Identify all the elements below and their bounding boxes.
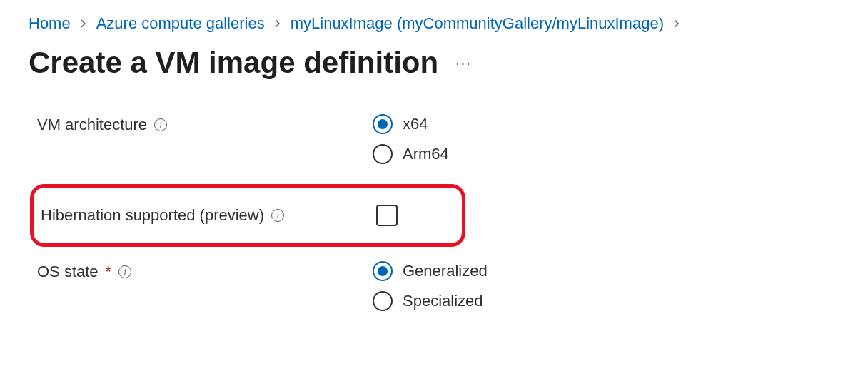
- required-indicator: *: [106, 263, 112, 281]
- info-icon[interactable]: i: [118, 265, 131, 278]
- radio-label: Arm64: [403, 145, 449, 163]
- radio-generalized[interactable]: Generalized: [373, 261, 488, 281]
- chevron-right-icon: [273, 16, 282, 31]
- info-icon[interactable]: i: [271, 209, 284, 222]
- radio-icon: [373, 114, 393, 134]
- breadcrumb-image[interactable]: myLinuxImage (myCommunityGallery/myLinux…: [291, 14, 664, 33]
- radio-label: Specialized: [403, 292, 483, 310]
- checkbox-hibernation[interactable]: [376, 205, 398, 226]
- field-os-state: OS state * i Generalized Specialized: [37, 261, 839, 311]
- highlight-annotation: Hibernation supported (preview) i: [30, 184, 465, 247]
- radio-x64[interactable]: x64: [373, 114, 449, 134]
- chevron-right-icon: [79, 16, 88, 31]
- radio-label: Generalized: [403, 262, 488, 280]
- more-actions-button[interactable]: ···: [455, 55, 472, 71]
- page-title: Create a VM image definition: [29, 46, 438, 80]
- label-vm-architecture: VM architecture: [37, 116, 147, 134]
- label-hibernation: Hibernation supported (preview): [41, 206, 264, 225]
- breadcrumb-home[interactable]: Home: [29, 14, 71, 33]
- chevron-right-icon: [672, 16, 681, 31]
- field-vm-architecture: VM architecture i x64 Arm64: [37, 114, 839, 164]
- radio-icon: [373, 291, 393, 311]
- field-hibernation: Hibernation supported (preview) i: [41, 205, 455, 226]
- label-os-state: OS state: [37, 263, 99, 281]
- breadcrumb: Home Azure compute galleries myLinuxImag…: [29, 14, 839, 33]
- radio-arm64[interactable]: Arm64: [373, 144, 449, 164]
- info-icon[interactable]: i: [154, 118, 167, 131]
- form: VM architecture i x64 Arm64 Hibernation …: [29, 114, 839, 311]
- radio-specialized[interactable]: Specialized: [373, 291, 488, 311]
- radio-label: x64: [403, 115, 428, 133]
- radio-icon: [373, 144, 393, 164]
- radio-icon: [373, 261, 393, 281]
- breadcrumb-galleries[interactable]: Azure compute galleries: [96, 14, 265, 33]
- page-header: Create a VM image definition ···: [29, 46, 839, 80]
